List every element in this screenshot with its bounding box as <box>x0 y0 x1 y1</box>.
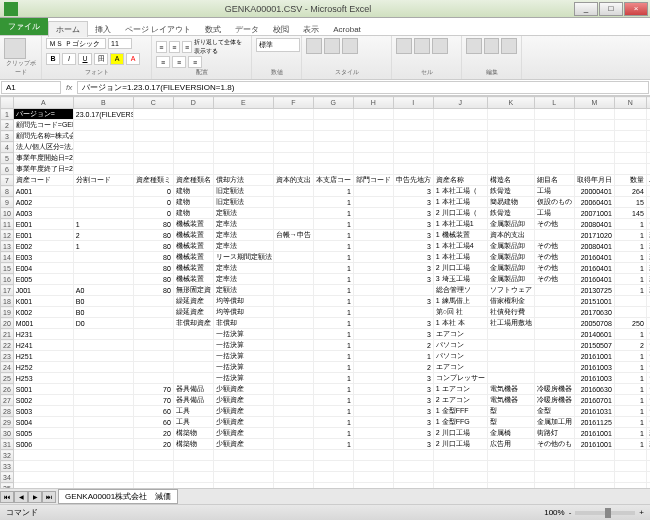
cell[interactable] <box>433 472 487 483</box>
cell[interactable] <box>487 472 534 483</box>
cell[interactable]: 式 <box>646 241 650 252</box>
col-header[interactable]: K <box>487 97 534 109</box>
cell[interactable]: 1 本社工場（ <box>433 186 487 197</box>
cell[interactable]: 1 練馬借上 <box>433 296 487 307</box>
cell[interactable] <box>487 351 534 362</box>
align-center[interactable]: ≡ <box>172 56 186 68</box>
cell[interactable] <box>574 142 614 153</box>
row-header[interactable]: 20 <box>1 318 14 329</box>
cell[interactable] <box>574 472 614 483</box>
cell[interactable]: 80 <box>133 285 173 296</box>
col-header[interactable]: C <box>133 97 173 109</box>
cell[interactable]: 機械装置 <box>173 241 213 252</box>
cell[interactable]: 2 <box>73 230 133 241</box>
cell[interactable] <box>353 263 393 274</box>
fontsize-select[interactable] <box>108 38 132 49</box>
row-header[interactable]: 26 <box>1 384 14 395</box>
cell[interactable]: 0 <box>133 186 173 197</box>
cell[interactable] <box>646 461 650 472</box>
fontcolor-button[interactable]: A <box>126 53 140 65</box>
cell[interactable] <box>487 131 534 142</box>
cell[interactable]: 少額資産 <box>213 428 273 439</box>
cell[interactable]: 20160401 <box>574 252 614 263</box>
cell[interactable] <box>353 131 393 142</box>
table-format-icon[interactable] <box>324 38 340 54</box>
ribbon-tab-2[interactable]: ページ レイアウト <box>118 22 198 37</box>
cell[interactable] <box>433 142 487 153</box>
cell[interactable] <box>73 142 133 153</box>
cell[interactable] <box>353 329 393 340</box>
cell[interactable]: 2 <box>614 340 646 351</box>
cell[interactable] <box>313 109 353 120</box>
sheet-nav-first[interactable]: ⏮ <box>0 491 14 503</box>
cell[interactable] <box>273 329 313 340</box>
cell[interactable]: 台 <box>646 351 650 362</box>
cell[interactable]: 型 <box>487 417 534 428</box>
row-header[interactable]: 22 <box>1 340 14 351</box>
row-header[interactable]: 3 <box>1 131 14 142</box>
cell[interactable] <box>73 439 133 450</box>
cell[interactable] <box>73 384 133 395</box>
cell[interactable]: 資産種類ミ <box>133 175 173 186</box>
col-header[interactable]: N <box>614 97 646 109</box>
cell[interactable]: 20130725 <box>574 285 614 296</box>
cell[interactable] <box>353 428 393 439</box>
cell[interactable]: 20161001 <box>574 439 614 450</box>
cell[interactable] <box>353 285 393 296</box>
cell[interactable]: ㎡ <box>646 318 650 329</box>
cell[interactable]: 定率法 <box>213 274 273 285</box>
cell[interactable] <box>273 483 313 489</box>
cell[interactable]: 台 <box>646 384 650 395</box>
cell[interactable] <box>353 142 393 153</box>
cell[interactable] <box>313 483 353 489</box>
cell[interactable]: ソフトウェア <box>487 285 534 296</box>
cell[interactable] <box>273 164 313 175</box>
col-header[interactable]: J <box>433 97 487 109</box>
ribbon-tab-4[interactable]: データ <box>228 22 266 37</box>
cell[interactable] <box>433 164 487 175</box>
cell[interactable] <box>433 120 487 131</box>
cell[interactable] <box>273 450 313 461</box>
cell[interactable]: 1 <box>313 329 353 340</box>
cell[interactable] <box>393 285 433 296</box>
cell[interactable]: 145 <box>614 208 646 219</box>
row-header[interactable]: 30 <box>1 428 14 439</box>
row-header[interactable]: 8 <box>1 186 14 197</box>
cell[interactable]: 1 <box>313 362 353 373</box>
cell[interactable]: 式 <box>646 274 650 285</box>
row-header[interactable]: 27 <box>1 395 14 406</box>
cell[interactable] <box>73 164 133 175</box>
cell[interactable] <box>353 417 393 428</box>
cell[interactable]: 金属製品卸 <box>487 274 534 285</box>
file-tab[interactable]: ファイル <box>0 18 48 35</box>
cell[interactable]: 工場 <box>534 208 574 219</box>
cell[interactable] <box>273 296 313 307</box>
cell[interactable]: 無形固定資 <box>173 285 213 296</box>
sheet-nav-prev[interactable]: ◀ <box>14 491 28 503</box>
row-header[interactable]: 11 <box>1 219 14 230</box>
row-header[interactable]: 5 <box>1 153 14 164</box>
cell[interactable]: 60 <box>133 417 173 428</box>
cell[interactable]: 1 本社工場 <box>433 197 487 208</box>
italic-button[interactable]: I <box>62 53 76 65</box>
cell[interactable]: 広告用 <box>487 439 534 450</box>
cell[interactable] <box>646 307 650 318</box>
cell[interactable]: S005 <box>13 428 73 439</box>
cell[interactable] <box>313 131 353 142</box>
cell[interactable]: 2 川口工場 <box>433 263 487 274</box>
sheet-tab[interactable]: GENKA00001株式会社 減価 <box>58 489 178 504</box>
fillcolor-button[interactable]: A <box>110 53 124 65</box>
cell[interactable]: 1 <box>313 296 353 307</box>
cell[interactable]: 20140601 <box>574 329 614 340</box>
cell[interactable]: 1 機械装置 <box>433 230 487 241</box>
cell[interactable]: 1 <box>313 439 353 450</box>
cell[interactable]: 台 <box>646 395 650 406</box>
ribbon-tab-6[interactable]: 表示 <box>296 22 326 37</box>
cell[interactable]: 60 <box>133 406 173 417</box>
cell[interactable] <box>133 318 173 329</box>
cell[interactable]: 少額資産 <box>213 406 273 417</box>
cell[interactable] <box>133 131 173 142</box>
cell[interactable]: 2 エアコン <box>433 395 487 406</box>
cell[interactable]: 3 <box>393 384 433 395</box>
cell[interactable] <box>393 450 433 461</box>
